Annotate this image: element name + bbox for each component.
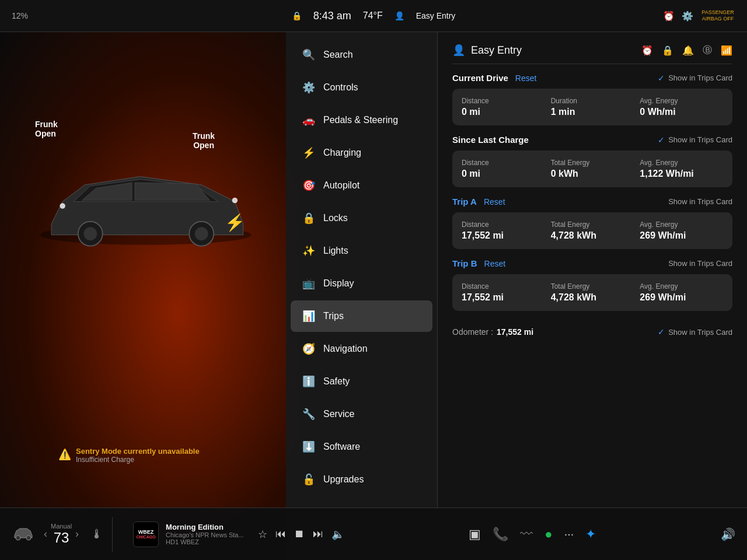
current-drive-duration: Duration 1 min <box>551 97 634 117</box>
frunk-label: Frunk Open <box>35 120 58 138</box>
menu-item-locks[interactable]: 🔒 Locks <box>291 202 432 234</box>
software-icon: ⬇️ <box>302 440 315 453</box>
menu-item-display[interactable]: 📺 Display <box>291 268 432 299</box>
lock-header-icon[interactable]: 🔒 <box>662 45 673 56</box>
menu-item-upgrades[interactable]: 🔓 Upgrades <box>291 464 432 495</box>
bluetooth-header-icon[interactable]: Ⓑ <box>703 44 712 57</box>
status-temp: 74°F <box>363 10 383 21</box>
since-last-charge-title: Since Last Charge <box>452 135 529 145</box>
spotify-icon[interactable]: ● <box>544 527 552 542</box>
svg-point-4 <box>195 227 208 240</box>
menu-item-pedals[interactable]: 🚗 Pedals & Steering <box>291 104 432 136</box>
media-section: WBEZ CHICAGO Morning Edition Chicago's N… <box>133 522 344 547</box>
current-drive-title: Current Drive <box>452 73 508 83</box>
since-last-charge-section: Since Last Charge ✓ Show in Trips Card D… <box>452 135 732 187</box>
signal-header-icon[interactable]: 📶 <box>721 45 732 56</box>
menu-item-navigation[interactable]: 🧭 Navigation <box>291 333 432 365</box>
bell-header-icon[interactable]: 🔔 <box>682 45 694 56</box>
menu-label-controls: Controls <box>323 82 358 93</box>
menu-item-safety[interactable]: ℹ️ Safety <box>291 366 432 397</box>
current-drive-reset-button[interactable]: Reset <box>511 74 537 83</box>
status-bar: 12% 🔒 8:43 am 74°F 👤 Easy Entry ⏰ ⚙️ PAS… <box>0 0 747 32</box>
bluetooth-icon[interactable]: ✦ <box>585 527 596 542</box>
menu-item-lights[interactable]: ✨ Lights <box>291 235 432 267</box>
trip-a-total-energy: Total Energy 4,728 kWh <box>551 220 634 241</box>
temp-value: 73 <box>54 530 69 546</box>
locks-icon: 🔒 <box>302 212 315 225</box>
temp-increase-button[interactable]: › <box>75 528 79 540</box>
trip-b-section: Trip B Reset Show in Trips Card Distance… <box>452 258 732 311</box>
menu-item-software[interactable]: ⬇️ Software <box>291 431 432 463</box>
status-right: ⏰ ⚙️ PASSENGER AIRBAG OFF <box>619 9 735 22</box>
rear-heat-icon[interactable]: 〰 <box>520 527 533 542</box>
odometer-show-trips[interactable]: ✓ Show in Trips Card <box>658 327 732 337</box>
media-title: Morning Edition <box>166 523 244 531</box>
seat-heat-icon[interactable]: 🌡 <box>90 527 103 542</box>
sentry-subtitle: Insufficient Charge <box>76 456 200 464</box>
current-drive-card: Distance 0 mi Duration 1 min Avg. Energy… <box>452 89 732 125</box>
screen-icon[interactable]: ▣ <box>469 527 481 542</box>
since-last-charge-distance: Distance 0 mi <box>462 159 545 179</box>
more-options-icon[interactable]: ··· <box>564 527 574 541</box>
menu-item-autopilot[interactable]: 🎯 Autopilot <box>291 170 432 201</box>
navigation-icon: 🧭 <box>302 342 315 355</box>
odometer-label: Odometer : <box>452 327 493 337</box>
volume-icon[interactable]: 🔊 <box>721 527 735 541</box>
audio-settings-button[interactable]: 🔈 <box>331 528 344 541</box>
menu-label-autopilot: Autopilot <box>323 180 359 191</box>
favorite-icon[interactable]: ☆ <box>258 528 267 541</box>
svg-point-7 <box>16 536 20 540</box>
menu-label-software: Software <box>323 442 360 452</box>
status-left: 12% <box>12 11 128 20</box>
odometer-checkmark-icon: ✓ <box>658 327 665 337</box>
trip-b-reset-button[interactable]: Reset <box>480 259 506 268</box>
easy-entry-status[interactable]: Easy Entry <box>416 11 456 20</box>
left-panel: Frunk Open Trunk Open ⚡ ⚠️ Sentry Mode c… <box>0 32 298 560</box>
trip-a-show-trips[interactable]: Show in Trips Card <box>668 197 732 206</box>
skip-forward-button[interactable]: ⏭ <box>313 528 323 540</box>
menu-label-safety: Safety <box>323 376 350 387</box>
since-last-charge-show-trips[interactable]: ✓ Show in Trips Card <box>658 135 732 145</box>
media-info: Morning Edition Chicago's NPR News Sta..… <box>166 523 244 545</box>
menu-item-charging[interactable]: ⚡ Charging <box>291 137 432 169</box>
status-center: 🔒 8:43 am 74°F 👤 Easy Entry <box>128 10 619 22</box>
warning-triangle-icon: ⚠️ <box>58 448 71 461</box>
menu-label-charging: Charging <box>323 148 361 158</box>
car-container <box>29 149 263 265</box>
menu-item-service[interactable]: 🔧 Service <box>291 398 432 430</box>
media-subtitle: Chicago's NPR News Sta... <box>166 531 244 538</box>
charging-icon: ⚡ <box>302 146 315 159</box>
svg-point-8 <box>26 536 31 540</box>
odometer-value: 17,552 mi <box>497 327 533 337</box>
trips-panel: 👤 Easy Entry ⏰ 🔒 🔔 Ⓑ 📶 Current Drive Res… <box>438 32 747 560</box>
since-last-charge-total-energy: Total Energy 0 kWh <box>551 159 634 179</box>
alarm-icon: ⏰ <box>663 10 675 22</box>
autopilot-icon: 🎯 <box>302 179 315 192</box>
trip-b-show-trips[interactable]: Show in Trips Card <box>668 259 732 268</box>
alarm-header-icon[interactable]: ⏰ <box>641 45 653 56</box>
service-icon: 🔧 <box>302 408 315 421</box>
station-city: CHICAGO <box>137 535 156 539</box>
current-drive-header: Current Drive Reset ✓ Show in Trips Card <box>452 73 732 83</box>
menu-item-controls[interactable]: ⚙️ Controls <box>291 72 432 103</box>
skip-back-button[interactable]: ⏮ <box>275 528 286 540</box>
sentry-warning: ⚠️ Sentry Mode currently unavailable Ins… <box>58 447 200 464</box>
car-icon-bottom[interactable] <box>12 525 35 544</box>
bottom-bar: ‹ Manual 73 › 🌡 WBEZ CHICAGO Morning Edi… <box>0 508 747 560</box>
trip-a-reset-button[interactable]: Reset <box>479 197 505 206</box>
stop-button[interactable]: ⏹ <box>294 528 305 540</box>
menu-item-search[interactable]: 🔍 Search <box>291 39 432 71</box>
svg-point-2 <box>83 227 97 240</box>
menu-label-upgrades: Upgrades <box>323 474 364 485</box>
menu-item-trips[interactable]: 📊 Trips <box>291 300 432 332</box>
pedals-icon: 🚗 <box>302 114 315 127</box>
since-last-charge-avg-energy: Avg. Energy 1,122 Wh/mi <box>640 159 723 179</box>
checkmark-icon-2: ✓ <box>658 135 665 145</box>
since-last-charge-header: Since Last Charge ✓ Show in Trips Card <box>452 135 732 145</box>
phone-icon[interactable]: 📞 <box>493 527 508 542</box>
temp-decrease-button[interactable]: ‹ <box>44 528 47 540</box>
person-header-icon: 👤 <box>452 44 465 57</box>
current-drive-show-trips[interactable]: ✓ Show in Trips Card <box>658 74 732 83</box>
temp-mode-label: Manual <box>51 523 72 530</box>
charging-bolt-icon: ⚡ <box>225 213 245 232</box>
